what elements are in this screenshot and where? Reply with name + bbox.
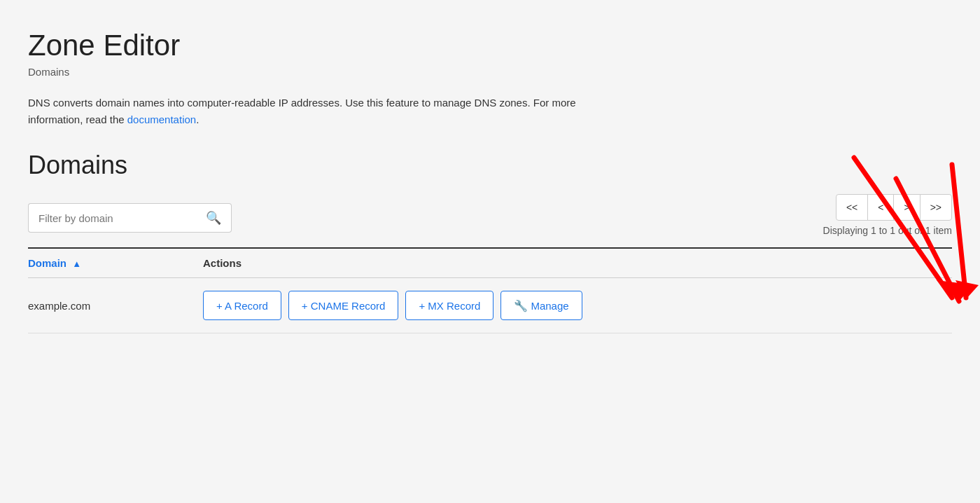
svg-marker-1	[937, 280, 965, 298]
svg-marker-3	[947, 282, 972, 301]
page-title: Zone Editor	[28, 28, 952, 63]
pagination-next[interactable]: >	[893, 194, 920, 221]
col-domain-header[interactable]: Domain ▲	[28, 257, 203, 269]
svg-line-4	[952, 165, 966, 298]
description-text: DNS converts domain names into computer-…	[28, 97, 576, 125]
manage-button[interactable]: 🔧 Manage	[500, 291, 582, 320]
breadcrumb: Domains	[28, 66, 952, 78]
filter-input[interactable]	[28, 203, 196, 233]
pagination-prev[interactable]: <	[867, 194, 894, 221]
col-actions-header: Actions	[203, 257, 952, 269]
pagination: << < > >>	[836, 194, 952, 221]
svg-marker-5	[955, 280, 979, 299]
search-icon: 🔍	[206, 210, 221, 226]
pagination-last[interactable]: >>	[920, 194, 952, 221]
cell-actions: + A Record + CNAME Record + MX Record 🔧 …	[203, 291, 952, 320]
filter-group: 🔍	[28, 203, 232, 233]
right-section: << < > >> Displaying 1 to 1 out of 1 ite…	[823, 194, 952, 242]
section-title: Domains	[28, 151, 952, 180]
documentation-link[interactable]: documentation	[127, 113, 196, 125]
sort-arrow-icon: ▲	[72, 259, 81, 269]
table-container: Domain ▲ Actions example.com + A Record …	[28, 247, 952, 333]
wrench-icon: 🔧	[514, 299, 528, 312]
table-row: example.com + A Record + CNAME Record + …	[28, 278, 952, 333]
pagination-first[interactable]: <<	[836, 194, 868, 221]
mx-record-button[interactable]: + MX Record	[405, 291, 493, 320]
display-info: Displaying 1 to 1 out of 1 item	[823, 225, 952, 242]
description: DNS converts domain names into computer-…	[28, 95, 602, 128]
page-container: Zone Editor Domains DNS converts domain …	[0, 0, 980, 503]
cname-record-button[interactable]: + CNAME Record	[288, 291, 399, 320]
a-record-button[interactable]: + A Record	[203, 291, 281, 320]
search-button[interactable]: 🔍	[196, 203, 232, 233]
cell-domain: example.com	[28, 300, 203, 312]
table-header: Domain ▲ Actions	[28, 247, 952, 278]
toolbar: 🔍 << < > >> Displaying 1 to 1 out of 1 i…	[28, 194, 952, 242]
